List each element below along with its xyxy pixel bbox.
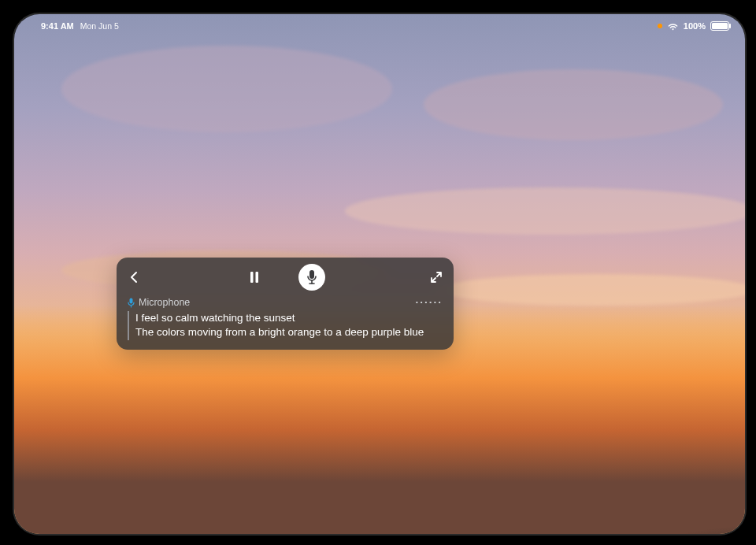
svg-rect-5 <box>130 298 133 303</box>
back-button[interactable] <box>124 268 143 287</box>
wallpaper-cloud <box>424 69 723 140</box>
wallpaper-cloud <box>61 46 392 132</box>
more-button[interactable]: ······ <box>415 295 443 310</box>
device-frame: 9:41 AM Mon Jun 5 100% <box>0 0 756 545</box>
transcript-line: The colors moving from a bright orange t… <box>135 325 443 339</box>
back-chevron-icon <box>129 271 139 284</box>
status-time: 9:41 AM <box>41 21 74 31</box>
wallpaper-cloud <box>439 274 747 306</box>
expand-icon <box>430 271 443 284</box>
status-date: Mon Jun 5 <box>80 21 119 31</box>
svg-rect-1 <box>256 272 259 283</box>
audio-source-text: Microphone <box>139 296 190 310</box>
recording-indicator-dot <box>658 24 662 28</box>
transcript-text: I feel so calm watching the sunset The c… <box>128 311 443 339</box>
wifi-icon <box>667 22 679 31</box>
panel-toolbar <box>117 258 454 295</box>
expand-button[interactable] <box>427 268 446 287</box>
svg-rect-2 <box>309 270 314 279</box>
status-battery-pct: 100% <box>684 21 706 31</box>
audio-source-label: Microphone <box>128 296 190 310</box>
status-bar: 9:41 AM Mon Jun 5 100% <box>14 14 745 35</box>
microphone-button[interactable] <box>298 264 325 291</box>
live-captions-panel[interactable]: Microphone ······ I feel so calm watchin… <box>117 258 454 350</box>
screen: 9:41 AM Mon Jun 5 100% <box>13 13 747 536</box>
pause-button[interactable] <box>245 268 264 287</box>
wallpaper-cloud <box>345 187 747 235</box>
svg-rect-0 <box>250 272 254 283</box>
pause-icon <box>250 272 259 283</box>
transcript-line: I feel so calm watching the sunset <box>135 311 443 325</box>
battery-icon <box>710 21 729 31</box>
panel-body: Microphone ······ I feel so calm watchin… <box>117 295 454 350</box>
microphone-small-icon <box>128 298 135 308</box>
microphone-icon <box>306 269 317 285</box>
